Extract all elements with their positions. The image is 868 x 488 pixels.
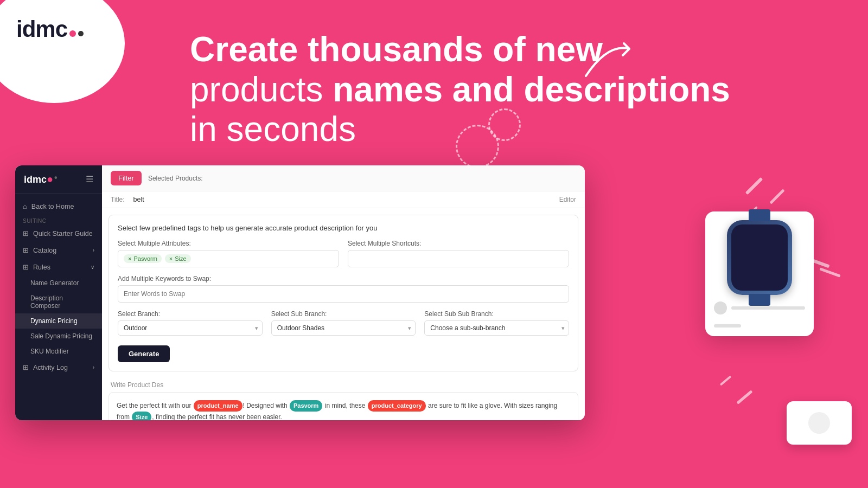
desc-para-1: Get the perfect fit with our product_nam… xyxy=(117,400,570,420)
arrow-decoration xyxy=(575,33,640,87)
branch-group: Select Branch: Outdoor xyxy=(118,310,263,336)
sidebar-item-back-home[interactable]: ⌂ Back to Home xyxy=(15,198,102,215)
title-label: Title: xyxy=(111,196,125,203)
hero-line3: in seconds xyxy=(190,110,356,149)
sidebar-nav: ⌂ Back to Home suitinc ⊞ Quick Starter G… xyxy=(15,194,102,420)
middle-bar: Title: belt Editor xyxy=(102,191,585,208)
generate-button[interactable]: Generate xyxy=(118,345,170,362)
sub-sub-branch-select-wrapper: Choose a sub-sub-branch xyxy=(424,320,569,336)
sidebar-item-dynamic-pricing[interactable]: Dynamic Pricing xyxy=(15,313,102,329)
sidebar-header: idmc●• ☰ xyxy=(15,165,102,194)
tag-product-category-1: product_category xyxy=(368,400,426,412)
tag-pasvorm: × Pasvorm xyxy=(124,254,162,263)
product-card-watch xyxy=(705,211,814,336)
hero-line1: Create thousands of new xyxy=(190,30,603,69)
logo-area: idmc xyxy=(16,16,84,42)
hero-line2: products names and descriptions xyxy=(190,70,730,109)
tag-size: × Size xyxy=(165,254,191,263)
hamburger-icon[interactable]: ☰ xyxy=(86,174,93,184)
product-card-small xyxy=(787,401,852,445)
keywords-group: Add Multiple Keywords to Swap: xyxy=(118,275,569,303)
description-content: Get the perfect fit with our product_nam… xyxy=(108,392,578,420)
hero-section: Create thousands of new products names a… xyxy=(190,30,730,150)
sidebar-item-rules[interactable]: ⊞ Rules ∨ xyxy=(15,259,102,275)
app-window: idmc●• ☰ ⌂ Back to Home suitinc ⊞ Quick … xyxy=(15,165,585,420)
home-icon: ⌂ xyxy=(23,202,27,210)
sub-branch-label: Select Sub Branch: xyxy=(271,310,416,318)
editor-label: Editor xyxy=(559,196,576,203)
shortcuts-input[interactable] xyxy=(348,250,569,267)
sub-sub-branch-group: Select Sub Sub Branch: Choose a sub-sub-… xyxy=(424,310,569,336)
sidebar-item-quick-starter[interactable]: ⊞ Quick Starter Guide xyxy=(15,225,102,242)
watch-screen xyxy=(731,224,788,291)
dialog-title: Select few predefined tags to help us ge… xyxy=(118,224,569,232)
activity-log-arrow: › xyxy=(93,364,94,370)
sub-branch-select-wrapper: Outdoor Shades xyxy=(271,320,416,336)
attributes-input[interactable]: × Pasvorm × Size xyxy=(118,250,339,267)
keywords-row: Add Multiple Keywords to Swap: xyxy=(118,275,569,303)
watch-image xyxy=(727,220,792,295)
content-area: Filter Selected Products: Title: belt Ed… xyxy=(102,165,585,420)
rules-icon: ⊞ xyxy=(23,263,29,271)
shortcuts-label: Select Multiple Shortcuts: xyxy=(348,240,569,247)
activity-log-icon: ⊞ xyxy=(23,363,29,371)
sidebar-item-sale-dynamic-pricing[interactable]: Sale Dynamic Pricing xyxy=(15,329,102,344)
top-bar: Filter Selected Products: xyxy=(102,165,585,191)
tag-size-1: Size xyxy=(132,412,151,420)
shortcuts-group: Select Multiple Shortcuts: xyxy=(348,240,569,267)
keywords-label: Add Multiple Keywords to Swap: xyxy=(118,275,569,282)
sub-sub-branch-select[interactable]: Choose a sub-sub-branch xyxy=(424,320,569,336)
selected-products-label: Selected Products: xyxy=(148,175,203,182)
tag-product-name-1: product_name xyxy=(194,400,242,412)
sidebar-item-description-composer[interactable]: Description Composer xyxy=(15,291,102,313)
sidebar-section-suitinc: suitinc xyxy=(15,215,102,225)
sidebar-item-activity-log[interactable]: ⊞ Activity Log › xyxy=(15,359,102,376)
small-product-image xyxy=(808,412,830,434)
watch-band-bottom xyxy=(749,294,770,306)
tag-pasvorm-1: Pasvorm xyxy=(290,400,322,412)
product-line-3 xyxy=(714,324,741,328)
logo-dots xyxy=(69,30,84,37)
rules-arrow: ∨ xyxy=(91,264,94,270)
title-value: belt xyxy=(133,196,144,203)
branch-select[interactable]: Outdoor xyxy=(118,320,263,336)
logo-dot-dark xyxy=(78,31,84,36)
attributes-label: Select Multiple Attributes: xyxy=(118,240,339,247)
sidebar-item-catalog[interactable]: ⊞ Catalog › xyxy=(15,242,102,259)
dialog-area: Select few predefined tags to help us ge… xyxy=(102,208,585,420)
logo-dot-pink xyxy=(69,30,76,37)
sidebar: idmc●• ☰ ⌂ Back to Home suitinc ⊞ Quick … xyxy=(15,165,102,420)
write-section-label: Write Product Des xyxy=(102,378,585,392)
sidebar-item-sku-modifier[interactable]: SKU Modifier xyxy=(15,344,102,359)
quick-starter-icon: ⊞ xyxy=(23,229,29,237)
attributes-group: Select Multiple Attributes: × Pasvorm × … xyxy=(118,240,339,267)
logo-text: idmc xyxy=(16,16,84,42)
watch-band-top xyxy=(749,209,770,221)
sidebar-item-name-generator[interactable]: Name Generator xyxy=(15,275,102,291)
product-avatar xyxy=(714,301,727,314)
branch-row: Select Branch: Outdoor Select Sub Branch… xyxy=(118,310,569,336)
sub-sub-branch-label: Select Sub Sub Branch: xyxy=(424,310,569,318)
filter-button[interactable]: Filter xyxy=(111,171,142,185)
branch-select-wrapper: Outdoor xyxy=(118,320,263,336)
catalog-arrow: › xyxy=(93,247,94,253)
attributes-shortcuts-row: Select Multiple Attributes: × Pasvorm × … xyxy=(118,240,569,267)
keywords-input[interactable] xyxy=(118,285,569,303)
sub-branch-select[interactable]: Outdoor Shades xyxy=(271,320,416,336)
catalog-icon: ⊞ xyxy=(23,246,29,254)
product-line-1 xyxy=(731,306,805,310)
sub-branch-group: Select Sub Branch: Outdoor Shades xyxy=(271,310,416,336)
generate-dialog: Select few predefined tags to help us ge… xyxy=(108,215,578,371)
branch-label: Select Branch: xyxy=(118,310,263,318)
sidebar-logo: idmc●• xyxy=(24,173,58,185)
